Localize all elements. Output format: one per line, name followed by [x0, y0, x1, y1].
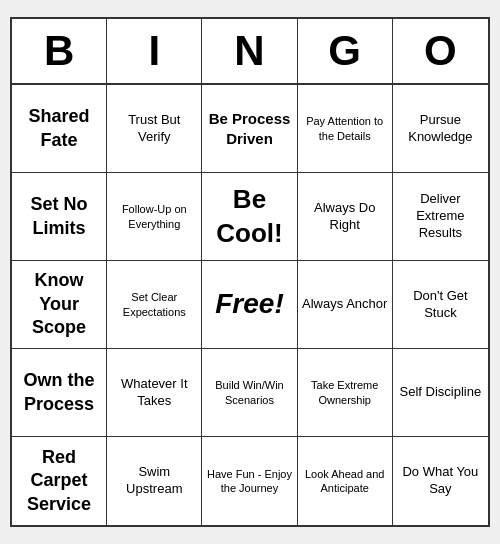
bingo-cell-3: Pay Attention to the Details: [298, 85, 393, 173]
bingo-cell-9: Deliver Extreme Results: [393, 173, 488, 261]
bingo-cell-24: Do What You Say: [393, 437, 488, 525]
bingo-cell-6: Follow-Up on Everything: [107, 173, 202, 261]
bingo-cell-11: Set Clear Expectations: [107, 261, 202, 349]
cell-text-7: Be Cool!: [206, 183, 292, 251]
cell-text-22: Have Fun - Enjoy the Journey: [206, 467, 292, 496]
cell-text-3: Pay Attention to the Details: [302, 114, 388, 143]
bingo-letter-g: G: [298, 19, 393, 83]
cell-text-4: Pursue Knowledge: [397, 112, 484, 146]
cell-text-19: Self Discipline: [400, 384, 482, 401]
cell-text-24: Do What You Say: [397, 464, 484, 498]
cell-text-23: Look Ahead and Anticipate: [302, 467, 388, 496]
bingo-cell-15: Own the Process: [12, 349, 107, 437]
bingo-cell-18: Take Extreme Ownership: [298, 349, 393, 437]
bingo-letter-n: N: [202, 19, 297, 83]
bingo-header: BINGO: [12, 19, 488, 85]
cell-text-10: Know Your Scope: [16, 269, 102, 339]
cell-text-17: Build Win/Win Scenarios: [206, 378, 292, 407]
bingo-cell-19: Self Discipline: [393, 349, 488, 437]
bingo-cell-10: Know Your Scope: [12, 261, 107, 349]
cell-text-1: Trust But Verify: [111, 112, 197, 146]
bingo-cell-16: Whatever It Takes: [107, 349, 202, 437]
bingo-cell-20: Red Carpet Service: [12, 437, 107, 525]
bingo-cell-5: Set No Limits: [12, 173, 107, 261]
bingo-grid: Shared FateTrust But VerifyBe Process Dr…: [12, 85, 488, 525]
bingo-cell-7: Be Cool!: [202, 173, 297, 261]
bingo-letter-o: O: [393, 19, 488, 83]
bingo-cell-4: Pursue Knowledge: [393, 85, 488, 173]
cell-text-16: Whatever It Takes: [111, 376, 197, 410]
bingo-cell-2: Be Process Driven: [202, 85, 297, 173]
cell-text-12: Free!: [215, 286, 283, 322]
cell-text-2: Be Process Driven: [206, 109, 292, 148]
bingo-cell-22: Have Fun - Enjoy the Journey: [202, 437, 297, 525]
bingo-cell-21: Swim Upstream: [107, 437, 202, 525]
cell-text-6: Follow-Up on Everything: [111, 202, 197, 231]
cell-text-14: Don't Get Stuck: [397, 288, 484, 322]
cell-text-13: Always Anchor: [302, 296, 387, 313]
cell-text-11: Set Clear Expectations: [111, 290, 197, 319]
bingo-cell-8: Always Do Right: [298, 173, 393, 261]
bingo-cell-12: Free!: [202, 261, 297, 349]
bingo-cell-14: Don't Get Stuck: [393, 261, 488, 349]
bingo-letter-b: B: [12, 19, 107, 83]
cell-text-9: Deliver Extreme Results: [397, 191, 484, 242]
cell-text-5: Set No Limits: [16, 193, 102, 240]
bingo-card: BINGO Shared FateTrust But VerifyBe Proc…: [10, 17, 490, 527]
bingo-cell-17: Build Win/Win Scenarios: [202, 349, 297, 437]
bingo-cell-0: Shared Fate: [12, 85, 107, 173]
cell-text-18: Take Extreme Ownership: [302, 378, 388, 407]
cell-text-20: Red Carpet Service: [16, 446, 102, 516]
bingo-cell-23: Look Ahead and Anticipate: [298, 437, 393, 525]
bingo-cell-13: Always Anchor: [298, 261, 393, 349]
cell-text-8: Always Do Right: [302, 200, 388, 234]
bingo-cell-1: Trust But Verify: [107, 85, 202, 173]
cell-text-15: Own the Process: [16, 369, 102, 416]
cell-text-0: Shared Fate: [16, 105, 102, 152]
cell-text-21: Swim Upstream: [111, 464, 197, 498]
bingo-letter-i: I: [107, 19, 202, 83]
